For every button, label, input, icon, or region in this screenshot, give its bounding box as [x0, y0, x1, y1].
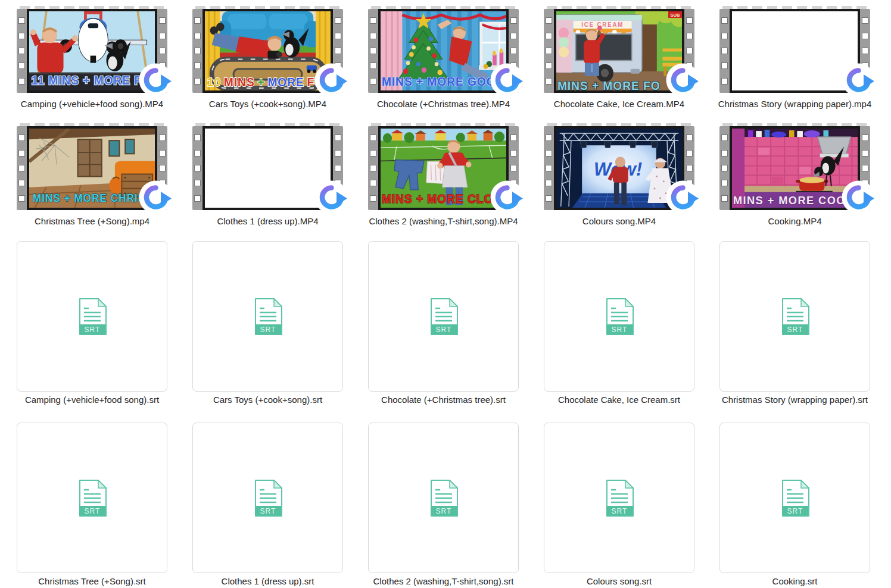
- player-overlay-icon[interactable]: [139, 180, 173, 214]
- filmstrip-holes-left: [192, 126, 202, 210]
- video-frame: [202, 126, 333, 210]
- srt-badge-text: SRT: [787, 507, 803, 515]
- srt-thumbnail[interactable]: SRT: [719, 423, 870, 573]
- file-item-christmas-story-mp4[interactable]: Christmas Story (wrapping paper).mp4: [707, 0, 883, 117]
- file-name[interactable]: Clothes 2 (washing,T-shirt,song).MP4: [369, 215, 518, 227]
- video-frame: MINS + MORE CHRISTM: [27, 126, 157, 210]
- filmstrip-holes-left: [368, 9, 378, 93]
- file-item-christmas-story-srt[interactable]: SRT Christmas Story (wrapping paper).srt: [707, 235, 883, 417]
- file-item-clothes1-mp4[interactable]: Clothes 1 (dress up).MP4: [180, 117, 356, 235]
- player-overlay-icon[interactable]: [666, 63, 700, 97]
- file-name[interactable]: Clothes 1 (dress up).srt: [222, 576, 314, 587]
- thumbnail-art-ice-cream: ICE CREAM: [556, 11, 682, 90]
- filmstrip-holes-left: [544, 9, 554, 93]
- file-item-cars-toys-mp4[interactable]: 10MINS+MOREFU Cars Toys (+cook+song).MP4: [180, 0, 356, 117]
- file-item-clothes1-srt[interactable]: SRT Clothes 1 (dress up).srt: [180, 417, 356, 588]
- srt-thumbnail[interactable]: SRT: [17, 423, 167, 573]
- file-name[interactable]: Camping (+vehicle+food song).srt: [25, 394, 159, 406]
- file-name[interactable]: Christmas Story (wrapping paper).srt: [722, 394, 868, 406]
- video-frame: MINS + MORE GOO: [378, 9, 509, 93]
- thumb-overlay-text: MINS + MORE GOO: [382, 75, 496, 89]
- srt-thumbnail[interactable]: SRT: [192, 423, 343, 573]
- file-item-chocolate-cake-mp4[interactable]: ICE CREAM: [531, 0, 707, 117]
- file-item-colours-song-mp4[interactable]: Wow!: [531, 117, 707, 235]
- file-item-chocolate-srt[interactable]: SRT Chocolate (+Christmas tree).srt: [356, 235, 531, 417]
- srt-thumbnail[interactable]: SRT: [368, 241, 519, 392]
- file-name[interactable]: Christmas Tree (+Song).srt: [38, 576, 145, 587]
- sub-badge: SUB: [670, 12, 680, 17]
- file-item-chocolate-cake-srt[interactable]: SRT Chocolate Cake, Ice Cream.srt: [531, 235, 707, 417]
- file-item-colours-song-srt[interactable]: SRT Colours song.srt: [531, 417, 707, 588]
- file-name[interactable]: Colours song.srt: [587, 576, 652, 587]
- filmstrip-holes-left: [544, 126, 554, 210]
- player-overlay-icon[interactable]: [139, 63, 173, 97]
- file-name[interactable]: Cars Toys (+cook+song).srt: [213, 394, 322, 406]
- player-overlay-icon[interactable]: [314, 180, 348, 214]
- player-overlay-icon[interactable]: [842, 180, 876, 214]
- srt-thumbnail[interactable]: SRT: [544, 241, 694, 392]
- srt-thumbnail[interactable]: SRT: [544, 423, 694, 573]
- file-item-chocolate-mp4[interactable]: MINS + MORE GOO Chocolate (+Christmas tr…: [356, 0, 531, 117]
- filmstrip-holes-left: [368, 126, 378, 210]
- player-overlay-icon[interactable]: [842, 63, 876, 97]
- video-frame: Wow!: [554, 126, 684, 210]
- srt-thumbnail[interactable]: SRT: [192, 241, 343, 392]
- thumbnail-art-camping: 11 MINS + MORE FU: [29, 11, 155, 90]
- srt-badge-text: SRT: [260, 507, 276, 515]
- file-name[interactable]: Chocolate Cake, Ice Cream.srt: [558, 394, 680, 406]
- player-overlay-icon[interactable]: [490, 63, 524, 97]
- file-name[interactable]: Cars Toys (+cook+song).MP4: [209, 98, 326, 110]
- player-overlay-icon[interactable]: [490, 180, 524, 214]
- file-item-clothes2-srt[interactable]: SRT Clothes 2 (washing,T-shirt,song).srt: [356, 417, 531, 588]
- video-thumbnail[interactable]: [719, 6, 870, 93]
- video-thumbnail[interactable]: ICE CREAM: [544, 6, 694, 93]
- file-name[interactable]: Clothes 1 (dress up).MP4: [217, 215, 318, 227]
- file-item-christmas-tree-srt[interactable]: SRT Christmas Tree (+Song).srt: [4, 417, 180, 588]
- srt-badge-text: SRT: [611, 326, 627, 334]
- video-thumbnail[interactable]: 10MINS+MOREFU: [192, 6, 343, 93]
- video-thumbnail[interactable]: MINS + MORE CHRISTM: [17, 123, 167, 210]
- file-item-clothes2-mp4[interactable]: MINS + MORE CLOT Clothes 2 (washing,T-sh…: [356, 117, 531, 235]
- video-frame: ICE CREAM: [554, 9, 684, 93]
- video-thumbnail[interactable]: [192, 123, 343, 210]
- video-thumbnail[interactable]: Wow!: [544, 123, 694, 210]
- thumbnail-art-blank: [205, 129, 331, 208]
- player-overlay-icon[interactable]: [314, 63, 348, 97]
- srt-thumbnail[interactable]: SRT: [368, 423, 519, 573]
- player-overlay-icon[interactable]: [666, 180, 700, 214]
- file-item-cooking-srt[interactable]: SRT Cooking.srt: [707, 417, 883, 588]
- thumbnail-art-washing: MINS + MORE CLOT: [381, 129, 506, 208]
- video-thumbnail[interactable]: MINS + MORE COOK: [719, 123, 870, 210]
- thumb-overlay-text: MINS + MORE COOK: [733, 194, 855, 207]
- file-item-camping-srt[interactable]: SRT Camping (+vehicle+food song).srt: [4, 235, 180, 417]
- srt-thumbnail[interactable]: SRT: [719, 241, 870, 392]
- video-frame: MINS + MORE COOK: [730, 126, 860, 210]
- srt-thumbnail[interactable]: SRT: [17, 241, 167, 392]
- file-name[interactable]: Christmas Story (wrapping paper).mp4: [718, 98, 872, 110]
- thumbnail-art-attic: MINS + MORE CHRISTM: [29, 129, 155, 208]
- file-item-camping-mp4[interactable]: 11 MINS + MORE FU Camping (+vehicle+food…: [4, 0, 180, 117]
- thumbnail-art-stage: Wow!: [556, 129, 682, 208]
- video-thumbnail[interactable]: MINS + MORE CLOT: [368, 123, 519, 210]
- thumbnail-art-cars-toys: 10MINS+MOREFU: [205, 11, 331, 90]
- file-item-cooking-mp4[interactable]: MINS + MORE COOK Cooking.MP4: [707, 117, 883, 235]
- file-name[interactable]: Chocolate Cake, Ice Cream.MP4: [554, 98, 684, 110]
- srt-file-icon: SRT: [605, 298, 634, 335]
- file-name[interactable]: Chocolate (+Christmas tree).MP4: [377, 98, 510, 110]
- file-name[interactable]: Colours song.MP4: [582, 215, 656, 227]
- file-name[interactable]: Chocolate (+Christmas tree).srt: [381, 394, 506, 406]
- filmstrip-holes-left: [192, 9, 202, 93]
- file-name[interactable]: Christmas Tree (+Song).mp4: [35, 215, 149, 227]
- video-thumbnail[interactable]: 11 MINS + MORE FU: [17, 6, 167, 93]
- file-name[interactable]: Cooking.srt: [772, 576, 818, 587]
- file-item-christmas-tree-mp4[interactable]: MINS + MORE CHRISTM Christmas Tree (+Son…: [4, 117, 180, 235]
- srt-file-icon: SRT: [78, 480, 107, 517]
- thumb-overlay-text: MINS + MORE CHRISTM: [33, 192, 155, 204]
- filmstrip-holes-left: [719, 126, 730, 210]
- file-name[interactable]: Clothes 2 (washing,T-shirt,song).srt: [373, 576, 514, 587]
- file-name[interactable]: Cooking.MP4: [768, 215, 821, 227]
- file-name[interactable]: Camping (+vehicle+food song).MP4: [21, 98, 163, 110]
- srt-file-icon: SRT: [78, 298, 107, 335]
- video-thumbnail[interactable]: MINS + MORE GOO: [368, 6, 519, 93]
- file-item-cars-toys-srt[interactable]: SRT Cars Toys (+cook+song).srt: [180, 235, 356, 417]
